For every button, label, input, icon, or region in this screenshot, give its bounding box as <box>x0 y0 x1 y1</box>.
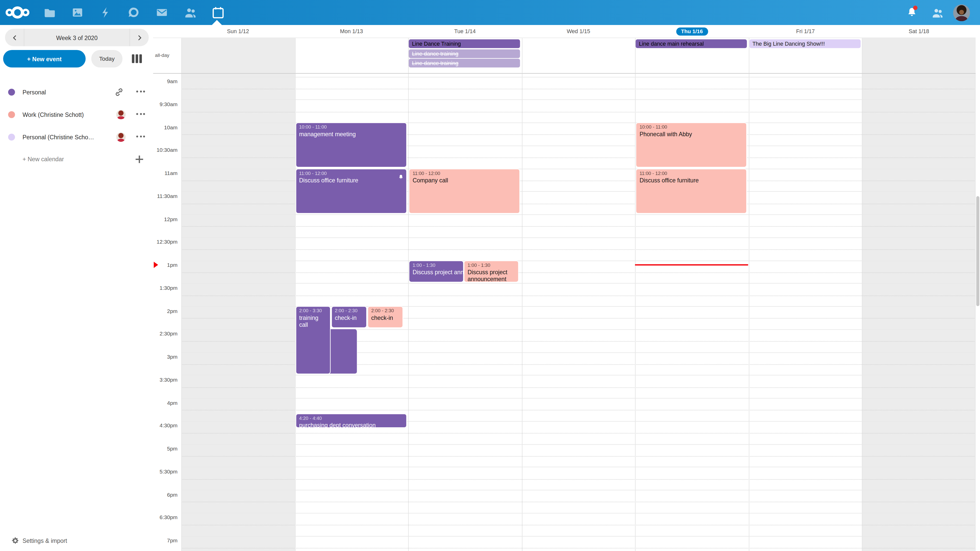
owner-avatar <box>116 110 126 119</box>
photos-app-icon[interactable] <box>63 0 91 25</box>
vertical-scrollbar <box>976 25 980 551</box>
time-label: 6pm <box>153 491 181 497</box>
time-label: 5pm <box>153 445 181 451</box>
event-time: 4:20 - 4:40 <box>299 415 403 421</box>
event-title: Phonecall with Abby <box>640 130 743 138</box>
day-header-row: Sun 1/12Mon 1/13Tue 1/14Wed 1/15Thu 1/16… <box>181 25 976 38</box>
event-time: 10:00 - 11:00 <box>299 124 403 130</box>
day-header[interactable]: Mon 1/13 <box>295 25 408 38</box>
day-header-label: Sun 1/12 <box>227 28 249 34</box>
calendar-menu-button[interactable] <box>136 135 145 137</box>
all-day-event[interactable]: Line dance training <box>409 49 520 58</box>
event[interactable]: 10:00 - 11:00management meeting <box>295 122 407 167</box>
day-column <box>749 74 862 551</box>
week-label[interactable]: Week 3 of 2020 <box>24 34 129 41</box>
event[interactable]: 2:00 - 2:30check-in <box>368 306 403 328</box>
event[interactable]: 11:00 - 12:00Discuss office furniture <box>295 168 407 213</box>
calendar-color-dot <box>8 111 15 118</box>
settings-and-import[interactable]: Settings & import <box>0 531 153 550</box>
app-navigation <box>0 0 232 25</box>
event-title: check-in <box>335 314 363 321</box>
time-label: 11am <box>153 170 181 176</box>
event-title: management meeting <box>299 130 403 138</box>
event-time: 2:00 - 2:30 <box>371 308 400 313</box>
event[interactable]: 2:00 - 3:30training call <box>295 306 331 374</box>
day-header-label: Fri 1/17 <box>796 28 815 34</box>
event-title: Discuss office furniture <box>299 176 403 183</box>
calendar-list-item-personal[interactable]: Personal <box>0 83 153 101</box>
all-day-event[interactable]: Line dance training <box>409 59 520 67</box>
talk-app-icon[interactable] <box>119 0 148 25</box>
day-column: 11:00 - 12:00Company call1:00 - 1:30Disc… <box>408 74 522 551</box>
activity-app-icon[interactable] <box>91 0 119 25</box>
event-title: check-in <box>371 314 400 321</box>
time-label: 10:30am <box>153 147 181 153</box>
time-label: 11:30am <box>153 193 181 199</box>
time-label: 4pm <box>153 400 181 406</box>
calendar-menu-button[interactable] <box>136 113 145 115</box>
time-label: 10am <box>153 124 181 130</box>
day-header[interactable]: Fri 1/17 <box>749 25 862 38</box>
event-title: Company call <box>413 176 517 183</box>
grid-vline <box>522 38 522 73</box>
calendar-list-item-work-christine[interactable]: Work (Christine Schott) <box>0 106 153 124</box>
day-header[interactable]: Tue 1/14 <box>408 25 522 38</box>
event-time: 10:00 - 11:00 <box>640 124 743 130</box>
all-day-row: all-day Line Dance TrainingLine dance tr… <box>153 38 980 74</box>
today-button[interactable]: Today <box>91 50 123 68</box>
notifications-button[interactable] <box>899 0 924 25</box>
view-toggle-button[interactable] <box>132 54 142 63</box>
day-header[interactable]: Wed 1/15 <box>522 25 635 38</box>
day-header-label: Mon 1/13 <box>340 28 363 34</box>
contacts-menu-button[interactable] <box>924 0 950 25</box>
all-day-event[interactable]: Line dance main rehearsal <box>636 39 747 48</box>
files-app-icon[interactable] <box>35 0 63 25</box>
event-title: training call <box>299 314 327 328</box>
new-calendar-label: + New calendar <box>22 156 64 162</box>
grid-vline <box>181 38 182 73</box>
topbar <box>0 0 980 25</box>
nextcloud-logo-icon <box>4 4 30 21</box>
day-header[interactable]: Sat 1/18 <box>862 25 976 38</box>
week-columns: 10:00 - 11:00management meeting11:00 - 1… <box>181 74 976 551</box>
all-day-event[interactable]: Line Dance Training <box>409 39 520 48</box>
contacts-app-icon[interactable] <box>176 0 204 25</box>
new-event-button[interactable]: + New event <box>3 50 86 68</box>
day-column <box>181 74 295 551</box>
day-header[interactable]: Sun 1/12 <box>181 25 295 38</box>
nextcloud-logo[interactable] <box>0 0 35 25</box>
time-label: 6:30pm <box>153 514 181 520</box>
event-time: 11:00 - 12:00 <box>299 170 403 176</box>
event[interactable]: 11:00 - 12:00Discuss office furniture <box>636 168 747 213</box>
nextcloud-calendar-app: Week 3 of 2020 + New event Today Persona… <box>0 0 980 551</box>
time-label: 3pm <box>153 354 181 360</box>
event-time: 11:00 - 12:00 <box>640 170 743 176</box>
event[interactable]: 4:20 - 4:40purchasing dept conversation <box>295 413 407 427</box>
event[interactable]: 1:00 - 1:30Discuss project announcement <box>464 260 519 282</box>
week-navigation: Week 3 of 2020 <box>5 29 149 46</box>
next-week-button[interactable] <box>129 29 149 46</box>
event-title: purchasing dept conversation <box>299 421 403 427</box>
event[interactable]: 10:00 - 11:00Phonecall with Abby <box>636 122 747 167</box>
contacts-icon <box>931 6 943 19</box>
calendar-menu-button[interactable] <box>136 91 145 92</box>
event[interactable]: 1:00 - 1:30Discuss project announcement <box>409 260 464 282</box>
alarm-bell-icon <box>398 171 404 182</box>
share-link-icon[interactable] <box>115 87 124 97</box>
all-day-event[interactable]: The Big Line Dancing Show!!! <box>749 39 861 48</box>
event[interactable]: 11:00 - 12:00Company call <box>409 168 520 213</box>
event[interactable]: 2:00 - 2:30check-in <box>331 306 367 328</box>
day-column <box>862 74 976 551</box>
new-calendar-row[interactable]: + New calendar <box>0 151 153 168</box>
day-header[interactable]: Thu 1/16 <box>635 25 749 38</box>
event-title: Discuss office furniture <box>640 176 743 183</box>
scrollbar-thumb[interactable] <box>976 196 979 306</box>
calendar-list-item-personal-christine[interactable]: Personal (Christine Scho… <box>0 128 153 146</box>
event-title: Discuss project announcement <box>413 268 460 275</box>
previous-week-button[interactable] <box>5 29 24 46</box>
mail-app-icon[interactable] <box>148 0 176 25</box>
notification-badge <box>913 6 918 10</box>
topbar-right <box>899 0 980 25</box>
user-avatar[interactable] <box>953 4 970 21</box>
plus-icon[interactable] <box>135 156 143 163</box>
